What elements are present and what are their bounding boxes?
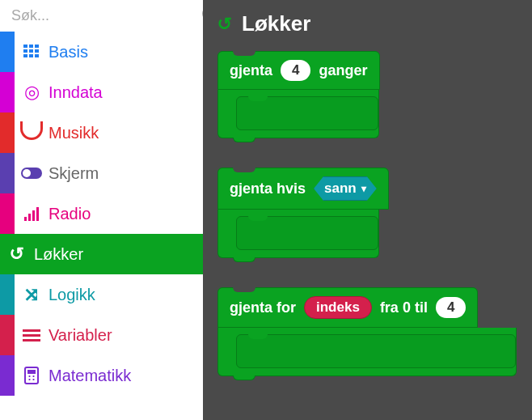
calculator-icon: [15, 367, 49, 384]
boolean-dropdown[interactable]: sann ▾: [314, 176, 377, 201]
boolean-value: sann: [324, 180, 357, 197]
category-sidebar: Basis Inndata Musikk Skjerm Radio Løkker: [0, 0, 203, 420]
sidebar-item-label: Variabler: [49, 326, 112, 345]
sidebar-item-logikk[interactable]: Logikk: [0, 274, 203, 315]
sidebar-item-musikk[interactable]: Musikk: [0, 112, 203, 153]
block-text: ganger: [319, 62, 367, 79]
block-header[interactable]: gjenta 4 ganger: [217, 51, 380, 90]
sidebar-item-basis[interactable]: Basis: [0, 32, 203, 72]
sidebar-item-label: Musikk: [49, 124, 99, 142]
block-text: gjenta for: [230, 299, 296, 316]
block-body[interactable]: [217, 328, 517, 376]
search-input[interactable]: [11, 7, 199, 24]
sidebar-item-label: Inndata: [49, 83, 103, 102]
block-text: gjenta: [230, 62, 272, 79]
target-icon: [15, 83, 49, 102]
block-inner-slot[interactable]: [236, 334, 516, 368]
block-inner-slot[interactable]: [236, 216, 378, 250]
sidebar-item-label: Skjerm: [49, 164, 99, 183]
number-input[interactable]: 4: [281, 60, 310, 81]
chevron-down-icon: ▾: [361, 183, 366, 194]
block-inner-slot[interactable]: [236, 96, 378, 130]
sidebar-item-variabler[interactable]: Variabler: [0, 315, 203, 355]
sidebar-item-lokker[interactable]: Løkker: [0, 234, 203, 274]
blocks-area: gjenta 4 ganger gjenta hvis sann ▾: [203, 51, 532, 376]
block-header[interactable]: gjenta hvis sann ▾: [217, 168, 389, 210]
variable-pill[interactable]: indeks: [304, 296, 372, 319]
category-list: Basis Inndata Musikk Skjerm Radio Løkker: [0, 32, 203, 396]
reload-icon: [0, 244, 34, 265]
block-repeat-while[interactable]: gjenta hvis sann ▾: [217, 168, 517, 258]
block-header[interactable]: gjenta for indeks fra 0 til 4: [217, 287, 478, 328]
block-body[interactable]: [217, 210, 379, 258]
block-text: gjenta hvis: [230, 180, 306, 197]
sidebar-item-matematikk[interactable]: Matematikk: [0, 355, 203, 396]
sidebar-item-label: Basis: [49, 43, 88, 62]
sidebar-item-label: Logikk: [49, 286, 95, 304]
block-body[interactable]: [217, 90, 379, 138]
reload-icon: [217, 14, 232, 35]
sidebar-item-inndata[interactable]: Inndata: [0, 72, 203, 112]
toggle-icon: [15, 168, 49, 179]
block-text: fra 0 til: [380, 299, 428, 316]
list-icon: [15, 329, 49, 342]
block-repeat-for[interactable]: gjenta for indeks fra 0 til 4: [217, 287, 517, 376]
flyout-title: Løkker: [242, 11, 310, 36]
block-repeat-times[interactable]: gjenta 4 ganger: [217, 51, 517, 138]
sidebar-item-radio[interactable]: Radio: [0, 193, 203, 234]
flyout-header: Løkker: [203, 0, 532, 51]
sidebar-item-label: Matematikk: [49, 367, 131, 385]
search-row: [0, 0, 203, 32]
sidebar-item-skjerm[interactable]: Skjerm: [0, 153, 203, 193]
signal-bars-icon: [15, 206, 49, 221]
sidebar-item-label: Radio: [49, 205, 91, 223]
sidebar-item-label: Løkker: [34, 245, 83, 264]
blocks-flyout: Løkker gjenta 4 ganger gjenta hvis sann …: [203, 0, 532, 420]
shuffle-icon: [15, 283, 49, 306]
grid-icon: [15, 43, 49, 62]
headphones-icon: [15, 121, 49, 144]
number-input[interactable]: 4: [436, 297, 466, 318]
